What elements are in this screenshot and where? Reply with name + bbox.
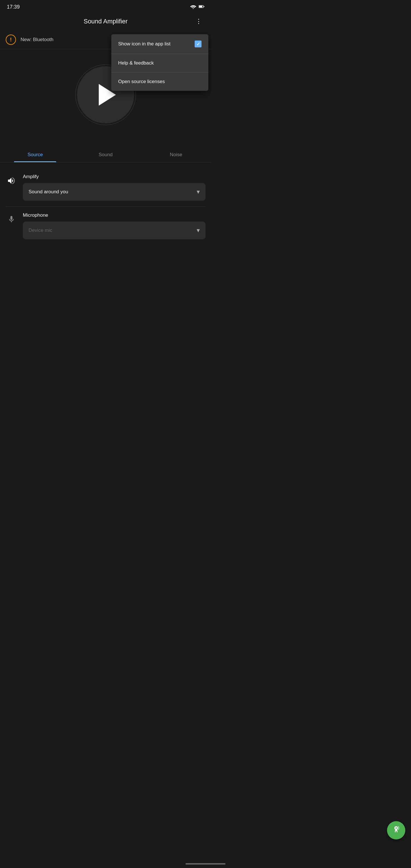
microphone-dropdown-arrow-icon: ▾ — [197, 227, 200, 234]
amplify-dropdown-arrow-icon: ▾ — [197, 188, 200, 195]
source-content: Amplify Sound around you ▾ Microphone De… — [0, 162, 211, 245]
amplify-dropdown-value: Sound around you — [29, 189, 68, 195]
menu-item-help[interactable]: Help & feedback — [111, 54, 208, 72]
tab-noise[interactable]: Noise — [141, 146, 211, 162]
amplify-icon — [6, 175, 17, 186]
notification-icon: ! — [6, 35, 16, 45]
status-time: 17:39 — [7, 4, 20, 10]
microphone-body: Microphone Device mic ▾ — [23, 212, 205, 239]
microphone-dropdown: Device mic ▾ — [23, 222, 205, 239]
status-icons — [190, 4, 204, 10]
notification-text: New: Bluetooth — [21, 37, 53, 42]
warning-icon: ! — [10, 37, 12, 43]
more-dots-icon: ⋮ — [195, 18, 202, 25]
more-options-button[interactable]: ⋮ — [193, 16, 204, 27]
svg-rect-2 — [199, 6, 202, 7]
page-title: Sound Amplifier — [18, 18, 193, 25]
microphone-icon — [6, 214, 17, 225]
svg-point-0 — [193, 8, 194, 8]
amplify-label: Amplify — [23, 174, 205, 180]
microphone-section: Microphone Device mic ▾ — [6, 207, 205, 245]
microphone-label: Microphone — [23, 212, 205, 218]
wifi-icon — [190, 4, 196, 10]
overflow-menu: Show icon in the app list ✓ Help & feedb… — [111, 34, 208, 91]
menu-item-licenses[interactable]: Open source licenses — [111, 72, 208, 91]
microphone-dropdown-value: Device mic — [29, 227, 52, 233]
amplify-body: Amplify Sound around you ▾ — [23, 174, 205, 201]
menu-item-licenses-label: Open source licenses — [118, 79, 165, 85]
tab-sound[interactable]: Sound — [70, 146, 141, 162]
tab-source[interactable]: Source — [0, 146, 70, 162]
checkbox-show-icon[interactable]: ✓ — [195, 40, 201, 48]
checkmark-icon: ✓ — [196, 41, 200, 47]
amplify-section: Amplify Sound around you ▾ — [6, 168, 205, 207]
amplify-dropdown[interactable]: Sound around you ▾ — [23, 183, 205, 201]
app-bar: Sound Amplifier ⋮ — [0, 12, 211, 31]
battery-icon — [199, 4, 204, 10]
menu-item-show-icon[interactable]: Show icon in the app list ✓ — [111, 34, 208, 54]
menu-item-help-label: Help & feedback — [118, 60, 154, 66]
tabs-bar: Source Sound Noise — [0, 146, 211, 162]
svg-rect-3 — [204, 6, 204, 7]
menu-item-show-icon-label: Show icon in the app list — [118, 41, 170, 47]
status-bar: 17:39 — [0, 0, 211, 12]
